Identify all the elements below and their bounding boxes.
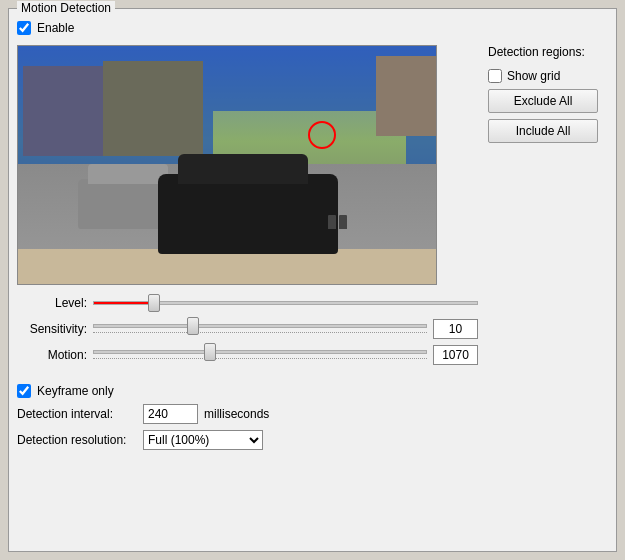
motion-slider-thumb[interactable] [204,343,216,361]
detection-regions-label: Detection regions: [488,45,608,59]
include-all-button[interactable]: Include All [488,119,598,143]
enable-row: Enable [17,21,608,35]
camera-view [17,45,437,285]
sensitivity-row: Sensitivity: 10 [17,319,478,339]
detection-resolution-label: Detection resolution: [17,433,137,447]
motion-value-input[interactable]: 1070 [433,345,478,365]
sensitivity-slider-track[interactable] [93,324,427,328]
sensitivity-label: Sensitivity: [17,322,87,336]
exclude-all-button[interactable]: Exclude All [488,89,598,113]
show-grid-label: Show grid [507,69,560,83]
motion-label: Motion: [17,348,87,362]
sensitivity-slider-thumb[interactable] [187,317,199,335]
building-right [376,56,436,136]
motion-slider-track[interactable] [93,350,427,354]
trash-bins [328,215,347,229]
main-body: Level: Sensitivity: [17,45,608,450]
keyframe-row: Keyframe only [17,384,478,398]
level-slider-thumb[interactable] [148,294,160,312]
detection-interval-input[interactable] [143,404,198,424]
detection-interval-label: Detection interval: [17,407,137,421]
motion-row: Motion: 1070 [17,345,478,365]
show-grid-checkbox[interactable] [488,69,502,83]
detection-interval-row: Detection interval: milliseconds [17,404,478,424]
detection-resolution-select[interactable]: Full (100%) Half (50%) Quarter (25%) [143,430,263,450]
right-section: Detection regions: Show grid Exclude All… [488,45,608,450]
level-row: Level: [17,293,478,313]
sensitivity-value-input[interactable]: 10 [433,319,478,339]
bottom-controls: Keyframe only Detection interval: millis… [17,373,478,450]
sensitivity-dotted-line [93,332,427,334]
building-left2 [103,61,203,156]
keyframe-checkbox[interactable] [17,384,31,398]
sidewalk [18,249,436,284]
show-grid-row: Show grid [488,69,608,83]
keyframe-label: Keyframe only [37,384,114,398]
detection-resolution-row: Detection resolution: Full (100%) Half (… [17,430,478,450]
enable-checkbox[interactable] [17,21,31,35]
car-foreground [158,174,338,254]
controls-section: Level: Sensitivity: [17,293,478,365]
motion-detection-panel: Motion Detection Enable [8,8,617,552]
level-slider-fill [94,302,151,304]
panel-title: Motion Detection [17,1,115,15]
enable-label: Enable [37,21,74,35]
sensitivity-slider-container [93,319,427,339]
level-label: Level: [17,296,87,310]
detection-interval-unit: milliseconds [204,407,269,421]
motion-dotted-line [93,358,427,360]
red-circle-indicator [308,121,336,149]
separator [17,375,478,376]
building-left [23,66,113,156]
level-slider-track[interactable] [93,301,478,305]
motion-slider-container [93,345,427,365]
street-scene [18,46,436,284]
trash-bin-2 [339,215,347,229]
level-slider-container [93,293,478,313]
left-section: Level: Sensitivity: [17,45,478,450]
trash-bin-1 [328,215,336,229]
